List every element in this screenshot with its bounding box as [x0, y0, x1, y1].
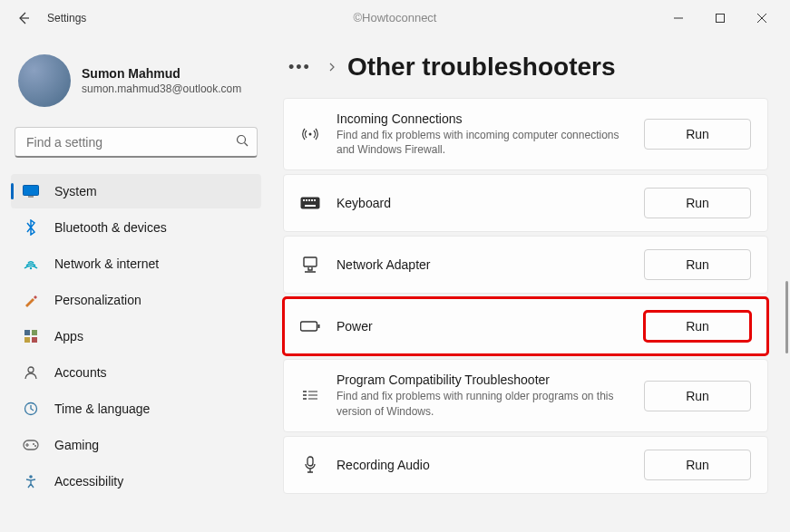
profile-section[interactable]: Sumon Mahmud sumon.mahmud38@outlook.com	[11, 44, 261, 123]
card-title: Recording Audio	[336, 458, 628, 472]
troubleshooter-card-keyboard: KeyboardRun	[283, 174, 768, 232]
nav-label: Accounts	[54, 365, 107, 380]
sidebar-item-accessibility[interactable]: Accessibility	[11, 464, 261, 498]
svg-rect-19	[308, 199, 310, 201]
sidebar-item-gaming[interactable]: Gaming	[11, 428, 261, 462]
run-button[interactable]: Run	[644, 119, 751, 150]
run-button[interactable]: Run	[644, 188, 751, 218]
svg-point-9	[28, 367, 34, 372]
svg-point-15	[309, 133, 312, 136]
sidebar-item-bluetooth-devices[interactable]: Bluetooth & devices	[11, 210, 261, 245]
card-body: Program Compatibility TroubleshooterFind…	[336, 372, 628, 418]
scrollbar-thumb[interactable]	[785, 281, 788, 353]
svg-point-4	[30, 267, 32, 269]
search-input[interactable]	[15, 127, 258, 158]
nav-label: System	[54, 184, 97, 198]
watermark-text: ©Howtoconnect	[354, 11, 437, 24]
nav-label: Apps	[54, 329, 83, 343]
card-body: Incoming ConnectionsFind and fix problem…	[336, 111, 628, 157]
sidebar: Sumon Mahmud sumon.mahmud38@outlook.com …	[0, 36, 272, 532]
troubleshooter-card-recording-audio: Recording AudioRun	[283, 436, 768, 494]
network-icon	[22, 255, 40, 273]
card-body: Recording Audio	[336, 458, 628, 472]
sidebar-item-personalization[interactable]: Personalization	[11, 283, 261, 317]
svg-point-12	[33, 443, 34, 445]
sidebar-item-system[interactable]: System	[11, 174, 261, 208]
nav-label: Bluetooth & devices	[54, 220, 167, 235]
nav-label: Personalization	[54, 293, 141, 307]
avatar	[18, 54, 71, 107]
maximize-icon	[716, 14, 725, 23]
svg-rect-5	[24, 330, 30, 335]
svg-rect-7	[24, 337, 30, 343]
gaming-icon	[22, 436, 40, 454]
mic-icon	[300, 456, 320, 474]
profile-email: sumon.mahmud38@outlook.com	[82, 82, 241, 95]
card-title: Keyboard	[336, 196, 628, 210]
sidebar-item-time-language[interactable]: Time & language	[11, 392, 261, 426]
run-button[interactable]: Run	[644, 311, 751, 342]
troubleshooter-card-program-compatibility-troubleshooter: Program Compatibility TroubleshooterFind…	[283, 359, 768, 431]
profile-text: Sumon Mahmud sumon.mahmud38@outlook.com	[82, 66, 241, 95]
svg-rect-2	[24, 186, 39, 196]
svg-rect-8	[32, 337, 37, 343]
card-body: Keyboard	[336, 196, 628, 210]
svg-rect-0	[717, 15, 725, 23]
signal-icon	[300, 125, 320, 143]
minimize-button[interactable]	[658, 4, 699, 33]
breadcrumb-ellipsis[interactable]: •••	[283, 54, 317, 81]
svg-rect-6	[32, 330, 37, 335]
sidebar-item-apps[interactable]: Apps	[11, 319, 261, 353]
maximize-button[interactable]	[699, 4, 741, 33]
card-title: Power	[336, 319, 628, 334]
system-icon	[22, 182, 40, 200]
back-button[interactable]	[7, 2, 40, 34]
profile-name: Sumon Mahmud	[82, 66, 241, 81]
chevron-right-icon	[327, 60, 336, 74]
svg-rect-23	[304, 257, 317, 266]
search-wrap	[15, 127, 258, 158]
run-button[interactable]: Run	[644, 450, 751, 480]
svg-rect-22	[305, 205, 316, 207]
close-button[interactable]	[741, 4, 783, 33]
card-title: Incoming Connections	[336, 111, 628, 126]
sidebar-item-network-internet[interactable]: Network & internet	[11, 247, 261, 281]
svg-point-14	[29, 475, 33, 479]
search-icon	[236, 134, 249, 150]
svg-rect-24	[301, 322, 317, 331]
accessibility-icon	[22, 472, 40, 490]
svg-rect-26	[307, 457, 313, 466]
settings-window: ©Howtoconnect Settings Sumon Mahmud sum	[0, 0, 790, 532]
svg-rect-20	[311, 199, 313, 201]
troubleshooter-card-power: PowerRun	[283, 297, 768, 355]
main-content: ••• Other troubleshooters Incoming Conne…	[272, 36, 790, 532]
nav-list: SystemBluetooth & devicesNetwork & inter…	[11, 174, 261, 498]
minimize-icon	[674, 14, 683, 23]
adapter-icon	[300, 256, 320, 273]
window-body: Sumon Mahmud sumon.mahmud38@outlook.com …	[0, 36, 790, 532]
troubleshooter-card-incoming-connections: Incoming ConnectionsFind and fix problem…	[283, 98, 768, 170]
app-title: Settings	[47, 12, 86, 24]
troubleshooter-card-network-adapter: Network AdapterRun	[283, 236, 768, 294]
svg-rect-25	[318, 324, 320, 328]
sidebar-item-accounts[interactable]: Accounts	[11, 355, 261, 390]
close-icon	[757, 14, 766, 23]
card-title: Program Compatibility Troubleshooter	[336, 372, 628, 387]
card-body: Power	[336, 319, 628, 334]
nav-label: Gaming	[54, 438, 99, 452]
card-body: Network Adapter	[336, 257, 628, 272]
personalization-icon	[22, 291, 40, 309]
svg-rect-3	[28, 196, 34, 198]
keyboard-icon	[300, 197, 320, 209]
card-desc: Find and fix problems with running older…	[336, 389, 627, 418]
run-button[interactable]: Run	[644, 381, 751, 411]
svg-rect-16	[301, 198, 320, 209]
time-icon	[22, 400, 40, 418]
svg-point-13	[34, 445, 36, 447]
nav-label: Accessibility	[54, 474, 123, 488]
nav-label: Time & language	[54, 401, 150, 416]
troubleshooter-list: Incoming ConnectionsFind and fix problem…	[283, 98, 768, 494]
svg-rect-21	[314, 199, 316, 201]
apps-icon	[22, 327, 40, 345]
run-button[interactable]: Run	[644, 249, 751, 280]
